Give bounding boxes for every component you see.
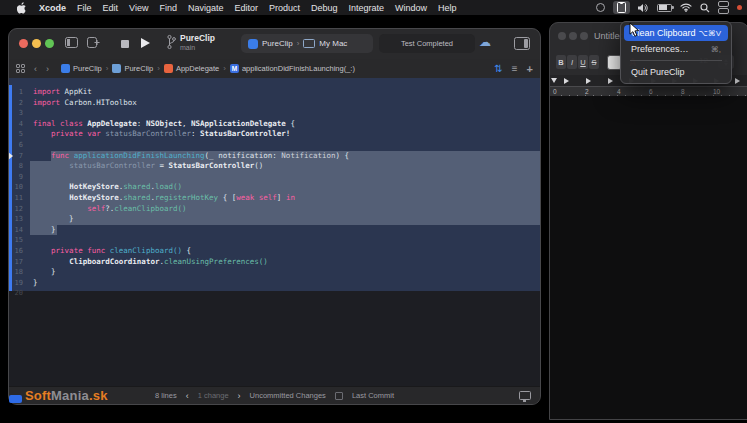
format-s-button[interactable]: S xyxy=(589,55,599,69)
menubar-item-window[interactable]: Window xyxy=(395,3,427,13)
add-item-icon[interactable] xyxy=(87,37,100,51)
menu-item-preferences[interactable]: Preferences…⌘, xyxy=(624,41,728,57)
cloud-icon[interactable]: ☁ xyxy=(479,35,491,49)
bottombar-‹[interactable]: ‹ xyxy=(186,391,189,401)
add-editor-icon[interactable]: + xyxy=(527,63,533,75)
control-center-icon[interactable] xyxy=(718,1,729,14)
line-number: 19 xyxy=(9,278,23,289)
close-button[interactable] xyxy=(558,32,566,40)
code-line[interactable]: HotKeyStore.shared.load() xyxy=(33,182,349,193)
minimize-button[interactable] xyxy=(32,39,41,48)
record-ring-icon[interactable] xyxy=(596,1,605,14)
line-number: 10 xyxy=(9,182,23,193)
code-line[interactable]: private func cleanClipboard() { xyxy=(33,246,349,257)
folder-icon xyxy=(112,64,121,73)
bottombar-1-change: 1 change xyxy=(198,391,229,400)
menubar-item-find[interactable]: Find xyxy=(159,3,177,13)
jump-bar: ‹ › PureClip›PureClip›AppDelegate›Mappli… xyxy=(9,59,540,79)
scheme-selector[interactable]: PureClip › My Mac xyxy=(241,34,373,53)
code-line[interactable] xyxy=(33,235,349,246)
line-number: 17 xyxy=(9,257,23,268)
stop-button[interactable] xyxy=(121,40,129,48)
menubar-item-xcode[interactable]: Xcode xyxy=(39,3,66,13)
menubar-item-file[interactable]: File xyxy=(77,3,92,13)
menubar-item-navigate[interactable]: Navigate xyxy=(188,3,224,13)
inspector-toggle-icon[interactable] xyxy=(514,37,530,50)
device-monitor-icon[interactable] xyxy=(519,391,531,400)
code-line[interactable]: private var statusBarController: StatusB… xyxy=(33,129,349,140)
line-number: 12 xyxy=(9,204,23,215)
xcode-toolbar: PureClip main PureClip › My Mac Test Com… xyxy=(9,29,540,60)
indent-marker-icon[interactable] xyxy=(551,78,557,83)
tab-stop-icon[interactable] xyxy=(586,78,591,84)
code-line[interactable]: func applicationDidFinishLaunching(_ not… xyxy=(33,151,349,162)
tab-stop-icon[interactable] xyxy=(608,78,613,84)
code-line[interactable] xyxy=(33,108,349,119)
tab-stop-icon[interactable] xyxy=(735,78,740,84)
code-line[interactable]: self?.cleanClipboard() xyxy=(33,204,349,215)
breadcrumb-method[interactable]: MapplicationDidFinishLaunching(_:) xyxy=(230,64,355,73)
battery-icon[interactable] xyxy=(657,1,672,14)
scheme-branch[interactable]: PureClip main xyxy=(167,33,215,52)
code-review-icon[interactable]: ⇅ xyxy=(494,63,502,74)
code-line[interactable]: } xyxy=(33,214,349,225)
menu-item-shortcut: ⌥⌘V xyxy=(698,29,721,38)
breadcrumb-project[interactable]: PureClip xyxy=(61,64,102,73)
code-line[interactable]: } xyxy=(33,225,349,236)
code-line[interactable] xyxy=(33,288,349,299)
related-items-icon[interactable] xyxy=(16,64,25,73)
tab-stop-icon[interactable] xyxy=(564,78,569,84)
menubar-item-integrate[interactable]: Integrate xyxy=(349,3,385,13)
forward-button[interactable]: › xyxy=(46,64,49,74)
code-line[interactable]: final class AppDelegate: NSObject, NSApp… xyxy=(33,119,349,130)
wifi-icon[interactable] xyxy=(680,1,692,14)
menu-item-quit-pureclip[interactable]: Quit PureClip xyxy=(624,64,728,80)
code-line[interactable]: ClipboardCoordinator.cleanUsingPreferenc… xyxy=(33,257,349,268)
pureclip-clipboard-icon[interactable] xyxy=(613,1,630,14)
back-button[interactable]: ‹ xyxy=(34,64,37,74)
menubar-item-editor[interactable]: Editor xyxy=(234,3,258,13)
zoom-button[interactable] xyxy=(580,32,588,40)
code-line[interactable]: import AppKit xyxy=(33,87,349,98)
search-icon[interactable] xyxy=(700,1,710,14)
bottombar-›[interactable]: › xyxy=(238,391,241,401)
breadcrumb-separator: › xyxy=(157,64,160,73)
code-line[interactable] xyxy=(33,140,349,151)
format-u-button[interactable]: U xyxy=(578,55,588,69)
breadcrumb-separator: › xyxy=(106,64,109,73)
menubar-item-debug[interactable]: Debug xyxy=(311,3,338,13)
line-number: 20 xyxy=(9,288,23,299)
minimize-button[interactable] xyxy=(569,32,577,40)
menubar-item-view[interactable]: View xyxy=(129,3,148,13)
close-button[interactable] xyxy=(19,39,28,48)
navigator-toggle-icon[interactable] xyxy=(65,37,78,51)
menubar-item-product[interactable]: Product xyxy=(269,3,300,13)
line-number: 4 xyxy=(9,119,23,130)
format-b-button[interactable]: B xyxy=(556,55,566,69)
code-line[interactable]: HotKeyStore.shared.registerHotKey { [wea… xyxy=(33,193,349,204)
menubar-items: XcodeFileEditViewFindNavigateEditorProdu… xyxy=(39,3,457,13)
mac-display-icon xyxy=(303,39,315,48)
document-area[interactable] xyxy=(550,96,747,419)
breadcrumb-label: PureClip xyxy=(124,64,153,73)
menubar-item-edit[interactable]: Edit xyxy=(103,3,119,13)
code-line[interactable]: } xyxy=(33,278,349,289)
macos-menubar: XcodeFileEditViewFindNavigateEditorProdu… xyxy=(0,0,747,15)
code-line[interactable]: import Carbon.HIToolbox xyxy=(33,98,349,109)
commit-box-icon[interactable] xyxy=(335,392,343,400)
code-line[interactable]: statusBarController = StatusBarControlle… xyxy=(33,161,349,172)
volume-icon[interactable] xyxy=(638,1,649,14)
zoom-button[interactable] xyxy=(45,39,54,48)
format-i-button[interactable]: I xyxy=(567,55,577,69)
breadcrumb-folder[interactable]: PureClip xyxy=(112,64,153,73)
editor-options-icon[interactable]: ≡ xyxy=(512,63,518,74)
project-icon xyxy=(61,64,70,73)
menubar-item-help[interactable]: Help xyxy=(438,3,457,13)
breadcrumb-swift-file[interactable]: AppDelegate xyxy=(164,64,219,73)
apple-menu-icon[interactable] xyxy=(17,2,27,14)
menu-item-shortcut: ⌘, xyxy=(711,45,721,54)
code-line[interactable] xyxy=(33,172,349,183)
code-editor[interactable]: 1234567891011121314151617181920 import A… xyxy=(9,78,540,389)
run-button[interactable] xyxy=(141,38,150,48)
code-line[interactable]: } xyxy=(33,267,349,278)
